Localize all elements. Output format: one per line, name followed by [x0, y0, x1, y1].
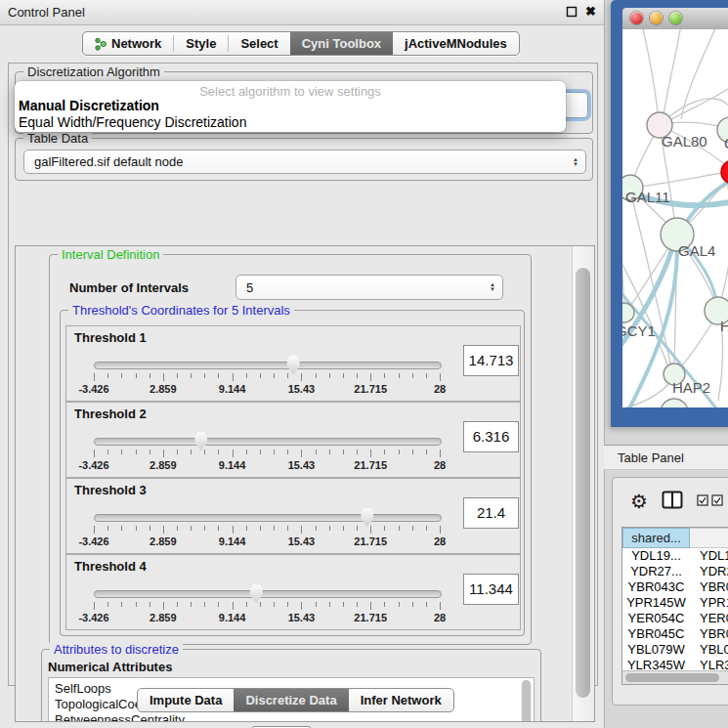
bottom-tab-discretize-data[interactable]: Discretize Data — [234, 689, 348, 711]
table-cell[interactable]: YBR045C — [622, 626, 690, 642]
attributes-group-label: Attributes to discretize — [50, 642, 183, 657]
threshold-slider-track[interactable] — [94, 362, 442, 369]
table-row[interactable]: YPR145WYPR1 — [622, 595, 728, 611]
zoom-traffic-icon[interactable] — [669, 12, 682, 24]
threshold-slider-track[interactable] — [94, 438, 442, 446]
slider-tick — [301, 373, 302, 381]
table-cell[interactable]: YBR0 — [690, 579, 728, 595]
threshold-value-field[interactable]: 6.316 — [463, 421, 519, 452]
threshold-slider-thumb[interactable] — [193, 431, 208, 451]
threshold-value-field[interactable]: 14.713 — [463, 345, 519, 376]
tab-jactivemnodules[interactable]: jActiveMNodules — [393, 32, 519, 55]
tab-label: Infer Network — [361, 693, 442, 707]
algorithm-option[interactable]: Manual Discretization — [19, 98, 159, 113]
table-cell[interactable]: YBL079W — [622, 642, 690, 658]
tab-cyni-toolbox[interactable]: Cyni Toolbox — [290, 32, 393, 55]
slider-tick-label: 15.43 — [288, 612, 316, 623]
window-title: Control Panel — [8, 5, 85, 20]
table-cell[interactable]: YBR043C — [622, 579, 690, 595]
table-cell[interactable]: YBR0 — [690, 626, 728, 642]
settings-scrollbar-thumb[interactable] — [576, 268, 590, 698]
slider-tick — [260, 373, 261, 378]
settings-scrollbar[interactable] — [572, 246, 594, 721]
threshold-title: Threshold 2 — [74, 407, 147, 421]
threshold-title: Threshold 1 — [74, 330, 147, 345]
tab-network[interactable]: Network — [83, 32, 173, 55]
thresholds-group: Threshold's Coordinates for 5 Intervals … — [60, 310, 525, 636]
table-row[interactable]: YDR27...YDR2 — [622, 564, 728, 579]
num-intervals-value: 5 — [236, 280, 490, 295]
slider-tick — [412, 373, 413, 378]
algorithm-option[interactable]: Equal Width/Frequency Discretization — [19, 114, 246, 130]
slider-tick — [440, 373, 441, 381]
threshold-slider-thumb[interactable] — [286, 355, 301, 375]
gear-icon[interactable]: ⚙ — [630, 492, 648, 511]
bottom-tab-infer-network[interactable]: Infer Network — [349, 689, 453, 711]
attributes-scrollbar[interactable] — [521, 680, 532, 722]
table-cell[interactable]: YPR145W — [622, 595, 690, 611]
checkbox-icon[interactable] — [711, 492, 723, 510]
table-horizontal-scrollbar[interactable] — [622, 670, 728, 684]
threshold-slider-thumb[interactable] — [249, 583, 264, 604]
table-cell[interactable]: YDR27... — [622, 564, 690, 579]
attribute-list-item[interactable]: BetweennessCentrality — [49, 712, 534, 722]
control-panel-window: Control Panel ✖ NetworkStyleSelectCyni T… — [0, 0, 605, 728]
slider-tick-label: 21.715 — [354, 459, 387, 471]
slider-tick — [287, 526, 288, 531]
network-icon — [95, 37, 107, 51]
slider-tick — [150, 373, 150, 378]
split-columns-icon[interactable] — [662, 491, 683, 513]
column-header[interactable]: na — [690, 528, 728, 548]
table-row[interactable]: YBR045CYBR0 — [622, 626, 728, 642]
table-cell[interactable]: YDL19... — [622, 548, 690, 564]
threshold-panel: Threshold 1-3.4262.8599.14415.4321.71528… — [65, 325, 521, 402]
threshold-panel: Threshold 4-3.4262.8599.14415.4321.71528… — [65, 554, 521, 630]
bottom-tab-impute-data[interactable]: Impute Data — [138, 689, 234, 711]
table-data-select[interactable]: galFiltered.sif default node ▲▼ — [23, 150, 586, 174]
table-cell[interactable]: YDL1 — [690, 548, 728, 564]
node-label: GA — [724, 135, 728, 151]
threshold-slider-track[interactable] — [94, 590, 442, 598]
close-traffic-icon[interactable] — [630, 12, 643, 24]
slider-tick — [150, 526, 150, 531]
slider-tick — [107, 373, 108, 378]
slider-tick — [329, 450, 330, 454]
threshold-slider-track[interactable] — [94, 514, 442, 522]
stepper-arrows-icon[interactable]: ▲▼ — [490, 282, 495, 292]
num-intervals-select[interactable]: 5 ▲▼ — [236, 275, 503, 300]
table-cell[interactable]: YBL0 — [690, 642, 728, 658]
slider-tick — [357, 526, 358, 531]
table-cell[interactable]: YER054C — [622, 611, 690, 626]
close-window-icon[interactable]: ✖ — [585, 4, 596, 20]
float-window-icon[interactable] — [566, 6, 578, 18]
cyni-toolbox-panel: Discretization Algorithm Select algorith… — [8, 63, 598, 686]
slider-tick — [260, 526, 261, 531]
num-intervals-label: Number of Intervals — [69, 280, 189, 295]
table-data-value: galFiltered.sif default node — [24, 154, 573, 169]
minimize-traffic-icon[interactable] — [650, 12, 663, 24]
slider-tick — [246, 373, 247, 378]
slider-tick — [426, 450, 427, 454]
table-row[interactable]: YER054CYER0 — [622, 611, 728, 626]
column-header[interactable]: shared... — [622, 528, 690, 548]
bottom-node[interactable] — [661, 399, 688, 407]
slider-tick — [343, 450, 344, 454]
tab-select[interactable]: Select — [229, 32, 289, 55]
tab-style[interactable]: Style — [174, 32, 228, 55]
table-cell[interactable]: YER0 — [690, 611, 728, 626]
slider-tick — [260, 602, 261, 607]
checkbox-icon[interactable] — [697, 492, 708, 510]
table-cell[interactable]: YDR2 — [690, 564, 728, 579]
stepper-arrows-icon[interactable]: ▲▼ — [573, 157, 578, 167]
threshold-value-field[interactable]: 11.344 — [463, 574, 519, 605]
table-cell[interactable]: YPR1 — [690, 595, 728, 611]
table-row[interactable]: YBL079WYBL0 — [622, 642, 728, 658]
tab-label: Impute Data — [150, 693, 222, 707]
thresholds-group-label: Threshold's Coordinates for 5 Intervals — [68, 303, 294, 318]
network-canvas[interactable]: GAL80GACGAL11GAL4GCY1HHAP2 — [622, 29, 728, 407]
threshold-slider-thumb[interactable] — [360, 507, 374, 528]
threshold-value-field[interactable]: 21.4 — [463, 497, 519, 529]
table-row[interactable]: YDL19...YDL1 — [622, 548, 728, 564]
slider-tick — [177, 526, 178, 531]
table-row[interactable]: YBR043CYBR0 — [622, 579, 728, 595]
